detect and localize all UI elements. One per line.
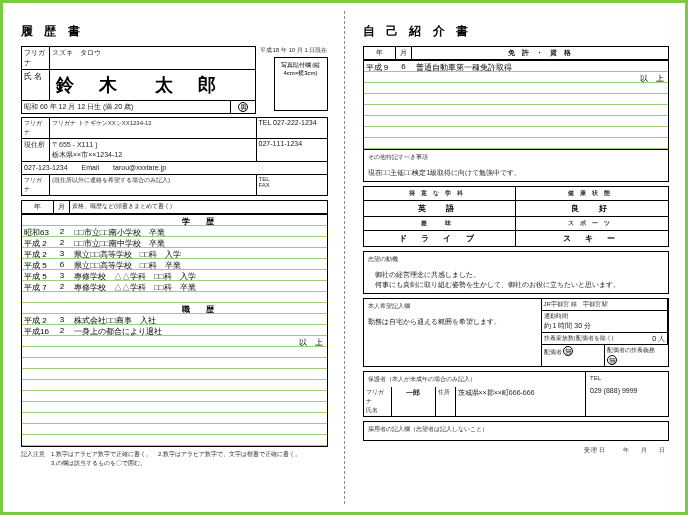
- page-title-right: 自 己 紹 介 書: [363, 23, 670, 40]
- other-text: 現在□□主催□□検定1級取得に向けて勉強中です。: [364, 165, 669, 181]
- addr-label: 現住所: [22, 139, 50, 162]
- license-block: 年 月 免 許 ・ 資 格 平成 9 6 普通自動車第一種免許取得 以 上 その…: [363, 46, 670, 182]
- jikoshokai-page: 自 己 紹 介 書 年 月 免 許 ・ 資 格 平成 9 6 普通自動車第一種免…: [345, 3, 686, 512]
- photo-area: 写真貼付欄 (縦4cm×横3cm): [274, 57, 328, 111]
- ijou-left: 以 上: [70, 336, 327, 346]
- wish-text: 勤務は自宅から通える範囲を希望します。: [364, 314, 541, 360]
- guardian-tel: 029 (888) 9999: [586, 384, 668, 397]
- furigana: スズキ タロウ: [50, 47, 255, 70]
- wish-block: 本人希望記入欄 勤務は自宅から通える範囲を希望します。 JR宇都宮 線 宇都宮 …: [363, 298, 670, 367]
- adopter-block: 採用者の記入欄（志望者は記入しないこと）: [363, 421, 670, 441]
- gender-male: 男: [238, 102, 248, 112]
- history-row: 平成 56県立□□高等学校 □□科 卒業: [22, 259, 327, 270]
- postcode: 〒655 - X111 ): [52, 140, 254, 150]
- health: 良 好: [516, 201, 668, 216]
- history-row: 平成 23株式会社□□商事 入社: [22, 314, 327, 325]
- history-row: 平成 72專修学校 △△学科 □□科 卒業: [22, 281, 327, 292]
- history-block: 年 月 資格、職歴など(頭書きまとめて書く) 学 歴 昭和632□□市立□□南小…: [21, 200, 328, 447]
- job-header: 職 歴: [70, 303, 327, 313]
- addr-furigana-label: フリガナ: [22, 118, 50, 139]
- guardian-block: 保護者（本人が未成年の場合のみ記入） フリガナ 氏名 一郎 住所 茨城県××郡×…: [363, 371, 670, 417]
- guardian-name: 一郎: [392, 387, 436, 416]
- tel2: 027-111-1234: [257, 139, 327, 162]
- spouse: 無: [563, 346, 573, 356]
- history-row: 昭和632□□市立□□南小学校 卒業: [22, 226, 327, 237]
- tel1: TEL 027-222-1234: [257, 118, 327, 139]
- receive-date: 受 理 日 年 月 日: [363, 445, 670, 456]
- license-row: 平成 9 6 普通自動車第一種免許取得: [364, 61, 669, 72]
- furigana-label: フリガナ: [22, 47, 50, 70]
- contact-note: (現住所以外に連絡を希望する場合のみ記入): [50, 175, 257, 195]
- hobby: ド ラ イ ブ: [364, 231, 517, 246]
- rirekisho-page: 履 歴 書 フリガナ スズキ タロウ 氏 名 鈴 木 太 郎 昭和 60 年 1…: [3, 3, 344, 512]
- motive-block: 志望の動機 御社の経営理念に共感しました。 何事にも真剣に取り組む姿勢を生かして…: [363, 251, 670, 294]
- footer-2: 3.の欄は該当するものを〇で囲む。: [21, 459, 328, 468]
- commute: 約 1 時間 30 分: [544, 322, 591, 329]
- history-row: 平成 53專修学校 △△学科 □□科 入学: [22, 270, 327, 281]
- address: 栃木県××市××1234-12: [52, 150, 254, 160]
- addr-furigana: フリガナ トチギケンXXシXX1234-12: [50, 118, 257, 139]
- motive-text: 御社の経営理念に共感しました。 何事にも真剣に取り組む姿勢を生かして、御社のお役…: [364, 267, 669, 293]
- footer-1: 記入注意 1.数字はアラビア数字で正確に書く。 2.数字はアラビア数字で、文字は…: [21, 450, 328, 459]
- history-row: 平成 22□□市立□□南中学校 卒業: [22, 237, 327, 248]
- history-row: 平成162一身上の都合により退社: [22, 325, 327, 336]
- sport: ス キ ー: [516, 231, 668, 246]
- guardian-addr: 茨城県××郡××町666-666: [456, 387, 586, 416]
- mobile: 027-123-1234: [24, 164, 68, 171]
- other-label: その他特記すべき事項: [364, 150, 669, 165]
- applicant-name: 鈴 木 太 郎: [50, 70, 255, 100]
- date-line: 平成18 年 10 月 1 日現在: [260, 46, 327, 55]
- history-row: 平成 23県立□□高等学校 □□科 入学: [22, 248, 327, 259]
- address-block: フリガナ フリガナ トチギケンXXシXX1234-12 TEL 027-222-…: [21, 117, 328, 196]
- traits-block: 得意な学科健康状態 英 語良 好 趣 味スポーツ ド ラ イ ブス キ ー: [363, 186, 670, 247]
- identity-block: フリガナ スズキ タロウ 氏 名 鈴 木 太 郎 昭和 60 年 12 月 12…: [21, 46, 256, 114]
- subject: 英 語: [364, 201, 517, 216]
- email: tarou@xxxtare.jp: [113, 164, 166, 171]
- edu-header: 学 歴: [70, 215, 327, 225]
- name-label: 氏 名: [22, 70, 50, 100]
- birthdate: 昭和 60 年 12 月 12 日生 (満 20 歳): [22, 101, 231, 113]
- support: 無: [607, 355, 617, 365]
- family: 0 人: [652, 334, 665, 344]
- page-title: 履 歴 書: [21, 23, 328, 40]
